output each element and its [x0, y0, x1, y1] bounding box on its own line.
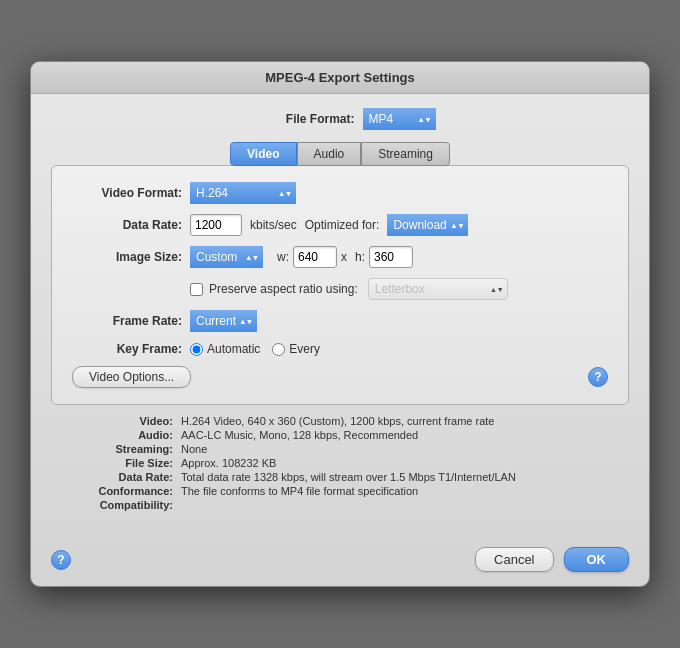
tab-video[interactable]: Video	[230, 142, 296, 166]
summary-section: Video: H.264 Video, 640 x 360 (Custom), …	[51, 405, 629, 523]
key-frame-row: Key Frame: Automatic Every	[72, 342, 608, 356]
image-size-select-wrap: Custom 640x480 320x240 720x480 ▲▼	[190, 246, 263, 268]
width-input[interactable]	[293, 246, 337, 268]
file-format-label: File Format:	[245, 112, 355, 126]
image-size-select[interactable]: Custom 640x480 320x240 720x480	[190, 246, 263, 268]
summary-file-size-key: File Size:	[71, 457, 181, 469]
every-radio[interactable]	[272, 343, 285, 356]
key-frame-label: Key Frame:	[72, 342, 182, 356]
letterbox-select: Letterbox Crop Fit within dimensions	[368, 278, 508, 300]
every-radio-item: Every	[272, 342, 320, 356]
summary-compatibility-key: Compatibility:	[71, 499, 181, 511]
automatic-radio[interactable]	[190, 343, 203, 356]
tab-audio[interactable]: Audio	[297, 142, 362, 166]
preserve-row: Preserve aspect ratio using: Letterbox C…	[190, 278, 608, 300]
video-panel: Video Format: H.264 MPEG-4 Video ▲▼ Data…	[51, 165, 629, 405]
video-format-row: Video Format: H.264 MPEG-4 Video ▲▼	[72, 182, 608, 204]
x-label: x	[341, 250, 347, 264]
video-format-select-wrap: H.264 MPEG-4 Video ▲▼	[190, 182, 296, 204]
summary-data-rate-value: Total data rate 1328 kbps, will stream o…	[181, 471, 609, 483]
ok-button[interactable]: OK	[564, 547, 630, 572]
data-rate-row: Data Rate: kbits/sec Optimized for: Down…	[72, 214, 608, 236]
cancel-button[interactable]: Cancel	[475, 547, 553, 572]
summary-data-rate-row: Data Rate: Total data rate 1328 kbps, wi…	[71, 471, 609, 483]
video-options-row: Video Options... ?	[72, 366, 608, 388]
summary-file-size-value: Approx. 108232 KB	[181, 457, 609, 469]
file-format-select[interactable]: MP4 MPEG-4	[363, 108, 436, 130]
kbits-label: kbits/sec	[250, 218, 297, 232]
video-format-label: Video Format:	[72, 186, 182, 200]
tabs-container: Video Audio Streaming	[51, 142, 629, 166]
summary-audio-row: Audio: AAC-LC Music, Mono, 128 kbps, Rec…	[71, 429, 609, 441]
data-rate-label: Data Rate:	[72, 218, 182, 232]
frame-rate-row: Frame Rate: Current 29.97 25 24 15 10 ▲▼	[72, 310, 608, 332]
summary-streaming-key: Streaming:	[71, 443, 181, 455]
dialog-window: MPEG-4 Export Settings File Format: MP4 …	[30, 61, 650, 587]
summary-streaming-value: None	[181, 443, 609, 455]
summary-audio-value: AAC-LC Music, Mono, 128 kbps, Recommende…	[181, 429, 609, 441]
automatic-label: Automatic	[207, 342, 260, 356]
summary-audio-key: Audio:	[71, 429, 181, 441]
button-group: Cancel OK	[475, 547, 629, 572]
image-size-label: Image Size:	[72, 250, 182, 264]
optimized-for-label: Optimized for:	[305, 218, 380, 232]
key-frame-radio-group: Automatic Every	[190, 342, 320, 356]
image-size-row: Image Size: Custom 640x480 320x240 720x4…	[72, 246, 608, 268]
h-label: h:	[355, 250, 365, 264]
video-format-select[interactable]: H.264 MPEG-4 Video	[190, 182, 296, 204]
automatic-radio-item: Automatic	[190, 342, 260, 356]
data-rate-input[interactable]	[190, 214, 242, 236]
w-label: w:	[277, 250, 289, 264]
optimized-select-wrap: Download Streaming LAN CD-ROM ▲▼	[387, 214, 468, 236]
summary-video-value: H.264 Video, 640 x 360 (Custom), 1200 kb…	[181, 415, 609, 427]
summary-streaming-row: Streaming: None	[71, 443, 609, 455]
panel-help-icon[interactable]: ?	[588, 367, 608, 387]
letterbox-select-wrap: Letterbox Crop Fit within dimensions ▲▼	[368, 278, 508, 300]
optimized-select[interactable]: Download Streaming LAN CD-ROM	[387, 214, 468, 236]
summary-video-row: Video: H.264 Video, 640 x 360 (Custom), …	[71, 415, 609, 427]
every-label: Every	[289, 342, 320, 356]
file-format-row: File Format: MP4 MPEG-4 ▲▼	[51, 108, 629, 130]
frame-rate-select-wrap: Current 29.97 25 24 15 10 ▲▼	[190, 310, 257, 332]
bottom-bar: ? Cancel OK	[31, 537, 649, 586]
summary-conformance-value: The file conforms to MP4 file format spe…	[181, 485, 609, 497]
summary-file-size-row: File Size: Approx. 108232 KB	[71, 457, 609, 469]
dialog-title: MPEG-4 Export Settings	[265, 70, 415, 85]
summary-conformance-key: Conformance:	[71, 485, 181, 497]
bottom-help-icon[interactable]: ?	[51, 550, 71, 570]
frame-rate-select[interactable]: Current 29.97 25 24 15 10	[190, 310, 257, 332]
preserve-checkbox[interactable]	[190, 283, 203, 296]
summary-compatibility-row: Compatibility:	[71, 499, 609, 511]
height-input[interactable]	[369, 246, 413, 268]
file-format-select-wrap: MP4 MPEG-4 ▲▼	[363, 108, 436, 130]
dialog-content: File Format: MP4 MPEG-4 ▲▼ Video Audio S…	[31, 94, 649, 537]
frame-rate-label: Frame Rate:	[72, 314, 182, 328]
preserve-label: Preserve aspect ratio using:	[209, 282, 358, 296]
summary-compatibility-value	[181, 499, 609, 511]
summary-video-key: Video:	[71, 415, 181, 427]
wh-row: w: x h:	[273, 246, 413, 268]
titlebar: MPEG-4 Export Settings	[31, 62, 649, 94]
tab-streaming[interactable]: Streaming	[361, 142, 450, 166]
summary-conformance-row: Conformance: The file conforms to MP4 fi…	[71, 485, 609, 497]
summary-data-rate-key: Data Rate:	[71, 471, 181, 483]
video-options-button[interactable]: Video Options...	[72, 366, 191, 388]
